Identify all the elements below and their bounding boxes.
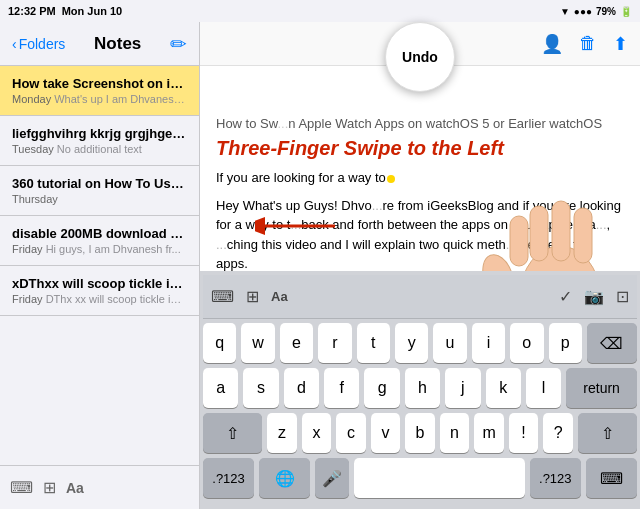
note-item-2[interactable]: liefgghvihrg kkrjg grgjhgedgkeijg... Tue… [0,116,199,166]
keyboard-row-3: ⇧ z x c v b n m ! ? ⇧ [203,413,637,453]
key-a[interactable]: a [203,368,238,408]
note-item-1[interactable]: How take Screenshot on iPad wi... Monday… [0,66,199,116]
kb-tool-keyboard-icon[interactable]: ⌨ [211,287,234,306]
kb-tool-table-icon[interactable]: ⊞ [246,287,259,306]
time: 12:32 PM [8,5,56,17]
key-r[interactable]: r [318,323,351,363]
sidebar-back-button[interactable]: ‹ Folders [12,36,65,52]
note-content[interactable]: How to Sw...n Apple Watch Apps on watchO… [200,66,640,271]
kb-tool-ipad-icon[interactable]: ⊡ [616,287,629,306]
key-delete[interactable]: ⌫ [587,323,637,363]
key-l[interactable]: l [526,368,561,408]
key-d[interactable]: d [284,368,319,408]
keyboard-row-2: a s d f g h j k l return [203,368,637,408]
date: Mon Jun 10 [62,5,123,17]
note-item-4[interactable]: disable 200MB download restric... Friday… [0,216,199,266]
key-exclamation[interactable]: ! [509,413,539,453]
wifi-icon: ▼ [560,6,570,17]
key-s[interactable]: s [243,368,278,408]
key-t[interactable]: t [357,323,390,363]
key-k[interactable]: k [486,368,521,408]
key-i[interactable]: i [472,323,505,363]
sidebar-header: ‹ Folders Notes ✏ [0,22,199,66]
note-item-5[interactable]: xDThxx will scoop tickle inciting s Frid… [0,266,199,316]
note-meta: Friday Hi guys, I am Dhvanesh fr... [12,243,187,255]
content-area: 👤 🗑 ⬆ Undo How to Sw...n Apple Watch App… [200,22,640,509]
key-w[interactable]: w [241,323,274,363]
key-p[interactable]: p [549,323,582,363]
table-icon[interactable]: ⊞ [43,478,56,497]
compose-button[interactable]: ✏ [170,32,187,56]
svg-rect-4 [552,201,570,261]
key-j[interactable]: j [445,368,480,408]
key-f[interactable]: f [324,368,359,408]
key-shift-left[interactable]: ⇧ [203,413,262,453]
keyboard-row-1: q w e r t y u i o p ⌫ [203,323,637,363]
svg-rect-3 [530,206,548,261]
note-title: xDThxx will scoop tickle inciting s [12,276,187,291]
key-number-left[interactable]: .?123 [203,458,254,498]
battery: 79% [596,6,616,17]
key-question[interactable]: ? [543,413,573,453]
arrow-overlay [255,214,335,242]
key-n[interactable]: n [440,413,470,453]
sidebar-title: Notes [94,34,141,54]
key-h[interactable]: h [405,368,440,408]
key-o[interactable]: o [510,323,543,363]
key-c[interactable]: c [336,413,366,453]
keyboard-toolbar: ⌨ ⊞ Aa ✓ 📷 ⊡ [203,275,637,319]
note-meta: Thursday [12,193,187,205]
key-globe[interactable]: 🌐 [259,458,310,498]
key-z[interactable]: z [267,413,297,453]
svg-rect-5 [574,208,592,263]
key-v[interactable]: v [371,413,401,453]
key-return[interactable]: return [566,368,637,408]
gesture-instruction: Three-Finger Swipe to the Left [216,137,624,160]
key-x[interactable]: x [302,413,332,453]
kb-tool-text-icon[interactable]: Aa [271,289,288,304]
key-m[interactable]: m [474,413,504,453]
text-format-icon[interactable]: Aa [66,480,84,496]
signal-icon: ●●● [574,6,592,17]
kb-tool-camera-icon[interactable]: 📷 [584,287,604,306]
svg-rect-6 [510,216,528,266]
note-title: 360 tutorial on How To Use a Blu... [12,176,187,191]
key-u[interactable]: u [433,323,466,363]
chevron-left-icon: ‹ [12,36,17,52]
note-meta: Friday DThx xx will scoop tickle inciti.… [12,293,187,305]
keyboard-icon[interactable]: ⌨ [10,478,33,497]
note-title: liefgghvihrg kkrjg grgjhgedgkeijg... [12,126,187,141]
sidebar-toolbar: ⌨ ⊞ Aa [0,465,199,509]
notes-list: How take Screenshot on iPad wi... Monday… [0,66,199,465]
key-mic[interactable]: 🎤 [315,458,349,498]
person-icon[interactable]: 👤 [541,33,563,55]
battery-icon: 🔋 [620,6,632,17]
key-keyboard[interactable]: ⌨ [586,458,637,498]
key-y[interactable]: y [395,323,428,363]
note-main-title: How to Sw...n Apple Watch Apps on watchO… [216,116,624,131]
note-title: disable 200MB download restric... [12,226,187,241]
key-shift-right[interactable]: ⇧ [578,413,637,453]
sidebar: ‹ Folders Notes ✏ How take Screenshot on… [0,22,200,509]
hand-overlay [450,166,630,271]
key-number-right[interactable]: .?123 [530,458,581,498]
key-b[interactable]: b [405,413,435,453]
share-icon[interactable]: ⬆ [613,33,628,55]
keyboard: ⌨ ⊞ Aa ✓ 📷 ⊡ q w e r t y u i o [200,271,640,509]
status-bar: 12:32 PM Mon Jun 10 ▼ ●●● 79% 🔋 [0,0,640,22]
key-e[interactable]: e [280,323,313,363]
key-space[interactable] [354,458,524,498]
note-meta: Tuesday No additional text [12,143,187,155]
key-q[interactable]: q [203,323,236,363]
kb-tool-checkmark-icon[interactable]: ✓ [559,287,572,306]
trash-icon[interactable]: 🗑 [579,33,597,54]
note-meta: Monday What's up I am Dhvanesh fr... [12,93,187,105]
note-item-3[interactable]: 360 tutorial on How To Use a Blu... Thur… [0,166,199,216]
keyboard-row-4: .?123 🌐 🎤 .?123 ⌨ [203,458,637,498]
undo-bubble[interactable]: Undo [385,22,455,92]
note-title: How take Screenshot on iPad wi... [12,76,187,91]
key-g[interactable]: g [364,368,399,408]
